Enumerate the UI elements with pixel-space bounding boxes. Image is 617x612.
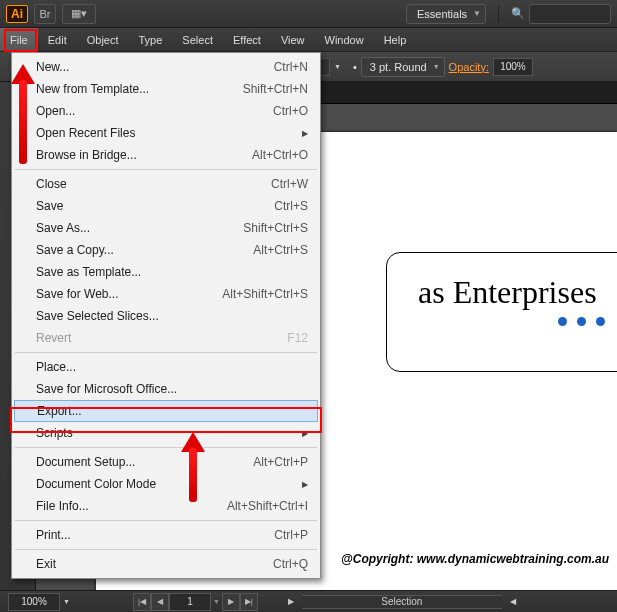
- menu-item-label: File Info...: [36, 499, 89, 513]
- search-area: 🔍: [511, 4, 611, 24]
- menu-item-label: Save As...: [36, 221, 90, 235]
- menu-item-shortcut: Shift+Ctrl+N: [243, 82, 308, 96]
- menu-item-new[interactable]: New...Ctrl+N: [14, 56, 318, 78]
- menu-item-place[interactable]: Place...: [14, 356, 318, 378]
- bridge-icon[interactable]: Br: [34, 4, 56, 24]
- chevron-down-icon: ▼: [473, 9, 481, 18]
- menu-item-browse-in-bridge[interactable]: Browse in Bridge...Alt+Ctrl+O: [14, 144, 318, 166]
- menu-item-shortcut: Alt+Ctrl+O: [252, 148, 308, 162]
- menu-item-label: Save for Microsoft Office...: [36, 382, 177, 396]
- zoom-control[interactable]: 100% ▼: [8, 593, 73, 611]
- menu-item-label: Open...: [36, 104, 75, 118]
- menu-item-file-info[interactable]: File Info...Alt+Shift+Ctrl+I: [14, 495, 318, 517]
- menu-item-shortcut: Alt+Shift+Ctrl+S: [222, 287, 308, 301]
- last-page-button[interactable]: ▶|: [240, 593, 258, 611]
- status-selection-label: Selection: [302, 595, 502, 609]
- menu-item-revert: RevertF12: [14, 327, 318, 349]
- search-icon[interactable]: 🔍: [511, 7, 525, 20]
- logo-frame: [386, 252, 617, 372]
- menu-item-label: Save a Copy...: [36, 243, 114, 257]
- app-titlebar: Ai Br ▦▾ Essentials ▼ 🔍: [0, 0, 617, 28]
- menu-item-label: Exit: [36, 557, 56, 571]
- menu-item-save-for-microsoft-office[interactable]: Save for Microsoft Office...: [14, 378, 318, 400]
- menu-item-label: Open Recent Files: [36, 126, 135, 140]
- menu-item-exit[interactable]: ExitCtrl+Q: [14, 553, 318, 575]
- workspace-label: Essentials: [417, 8, 467, 20]
- menu-object[interactable]: Object: [77, 28, 129, 51]
- menu-item-label: Revert: [36, 331, 71, 345]
- menu-type[interactable]: Type: [129, 28, 173, 51]
- menu-separator: [15, 169, 317, 170]
- copyright-text: @Copyright: www.dynamicwebtraining.com.a…: [341, 552, 609, 566]
- workspace-switcher[interactable]: Essentials ▼: [406, 4, 486, 24]
- menu-item-save-selected-slices[interactable]: Save Selected Slices...: [14, 305, 318, 327]
- menu-item-document-color-mode[interactable]: Document Color Mode: [14, 473, 318, 495]
- menu-item-scripts[interactable]: Scripts: [14, 422, 318, 444]
- stroke-preset-label: 3 pt. Round: [370, 61, 427, 73]
- menu-item-shortcut: Ctrl+N: [274, 60, 308, 74]
- menu-item-open-recent-files[interactable]: Open Recent Files: [14, 122, 318, 144]
- zoom-field[interactable]: 100%: [8, 593, 60, 611]
- menu-item-shortcut: Ctrl+S: [274, 199, 308, 213]
- menu-item-shortcut: Alt+Shift+Ctrl+I: [227, 499, 308, 513]
- menu-item-shortcut: Ctrl+O: [273, 104, 308, 118]
- file-menu-dropdown: New...Ctrl+NNew from Template...Shift+Ct…: [11, 52, 321, 579]
- menu-item-print[interactable]: Print...Ctrl+P: [14, 524, 318, 546]
- menu-item-save-as[interactable]: Save As...Shift+Ctrl+S: [14, 217, 318, 239]
- menu-item-save[interactable]: SaveCtrl+S: [14, 195, 318, 217]
- menu-edit[interactable]: Edit: [38, 28, 77, 51]
- ai-logo-icon: Ai: [6, 5, 28, 23]
- menu-item-shortcut: Alt+Ctrl+P: [253, 455, 308, 469]
- menu-item-label: Document Setup...: [36, 455, 135, 469]
- page-field[interactable]: 1: [169, 593, 211, 611]
- menu-item-shortcut: F12: [287, 331, 308, 345]
- menu-item-save-a-copy[interactable]: Save a Copy...Alt+Ctrl+S: [14, 239, 318, 261]
- menu-item-shortcut: Ctrl+P: [274, 528, 308, 542]
- menu-separator: [15, 352, 317, 353]
- arrange-documents-icon[interactable]: ▦▾: [62, 4, 96, 24]
- menu-item-label: New from Template...: [36, 82, 149, 96]
- menu-help[interactable]: Help: [374, 28, 417, 51]
- menu-item-label: Scripts: [36, 426, 73, 440]
- menu-item-label: Print...: [36, 528, 71, 542]
- status-selection: ▶ Selection ◀: [288, 595, 516, 609]
- menu-effect[interactable]: Effect: [223, 28, 271, 51]
- menu-file[interactable]: File: [0, 28, 38, 51]
- menu-separator: [15, 520, 317, 521]
- menu-item-document-setup[interactable]: Document Setup...Alt+Ctrl+P: [14, 451, 318, 473]
- menu-item-close[interactable]: CloseCtrl+W: [14, 173, 318, 195]
- menu-item-new-from-template[interactable]: New from Template...Shift+Ctrl+N: [14, 78, 318, 100]
- menu-item-save-for-web[interactable]: Save for Web...Alt+Shift+Ctrl+S: [14, 283, 318, 305]
- first-page-button[interactable]: |◀: [133, 593, 151, 611]
- menu-item-open[interactable]: Open...Ctrl+O: [14, 100, 318, 122]
- menu-item-label: Document Color Mode: [36, 477, 156, 491]
- menu-separator: [15, 447, 317, 448]
- menu-item-shortcut: Ctrl+Q: [273, 557, 308, 571]
- opacity-field[interactable]: 100%: [493, 58, 533, 76]
- menu-item-shortcut: Alt+Ctrl+S: [253, 243, 308, 257]
- menu-item-label: Close: [36, 177, 67, 191]
- menu-select[interactable]: Select: [172, 28, 223, 51]
- next-page-button[interactable]: ▶: [222, 593, 240, 611]
- prev-page-button[interactable]: ◀: [151, 593, 169, 611]
- menubar: File Edit Object Type Select Effect View…: [0, 28, 617, 52]
- menu-view[interactable]: View: [271, 28, 315, 51]
- menu-separator: [15, 549, 317, 550]
- menu-item-label: Save for Web...: [36, 287, 118, 301]
- menu-item-label: Browse in Bridge...: [36, 148, 137, 162]
- menu-item-save-as-template[interactable]: Save as Template...: [14, 261, 318, 283]
- opacity-label[interactable]: Opacity:: [449, 61, 489, 73]
- menu-item-export[interactable]: Export...: [14, 400, 318, 422]
- menu-item-label: Save: [36, 199, 63, 213]
- chevron-down-icon: ▼: [433, 63, 440, 70]
- search-input[interactable]: [529, 4, 611, 24]
- logo-dots: [558, 317, 605, 326]
- menu-item-label: New...: [36, 60, 69, 74]
- artboard-navigator: |◀ ◀ 1 ▼ ▶ ▶|: [133, 591, 258, 612]
- menu-item-label: Save as Template...: [36, 265, 141, 279]
- menu-window[interactable]: Window: [315, 28, 374, 51]
- logo-text: as Enterprises: [418, 274, 597, 311]
- stroke-preset-dropdown[interactable]: 3 pt. Round ▼: [361, 57, 445, 77]
- divider: [498, 5, 499, 23]
- menu-item-label: Place...: [36, 360, 76, 374]
